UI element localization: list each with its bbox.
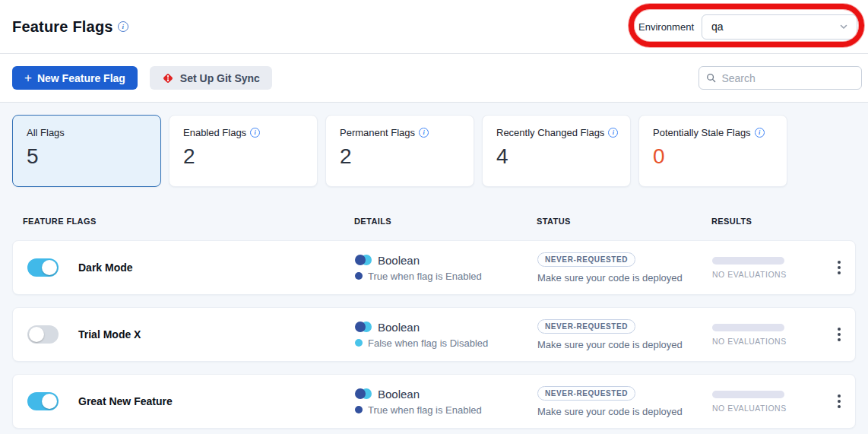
chevron-down-icon: [838, 21, 849, 32]
table-row: Dark Mode Boolean True when flag is Enab…: [12, 240, 856, 295]
stat-card-label: Enabled Flags: [183, 127, 246, 138]
info-icon[interactable]: i: [419, 128, 429, 138]
table-row: Great New Feature Boolean True when flag…: [12, 374, 856, 429]
stat-card-value: 5: [27, 144, 160, 169]
column-header-details: Details: [354, 217, 537, 226]
menu-cell: [822, 256, 855, 279]
flag-type: Boolean: [378, 254, 420, 267]
status-cell: NEVER-REQUESTED Make sure your code is d…: [537, 386, 712, 417]
flag-name[interactable]: Dark Mode: [78, 261, 133, 274]
value-dot-icon: [355, 406, 363, 413]
boolean-type-icon: [355, 388, 372, 399]
column-header-status: Status: [537, 217, 711, 226]
column-header-results: Results: [711, 217, 822, 226]
info-icon[interactable]: i: [118, 21, 128, 32]
page-header: Feature Flags i Environment qa: [0, 0, 868, 53]
flag-name[interactable]: Trial Mode X: [78, 328, 141, 341]
flag-default-description: False when flag is Disabled: [368, 337, 488, 349]
stat-card-label: Potentially Stale Flags: [653, 127, 751, 138]
search-input[interactable]: [721, 72, 854, 84]
results-cell: NO EVALUATIONS: [712, 257, 822, 279]
flag-name[interactable]: Great New Feature: [78, 395, 173, 407]
stat-card-enabled-flags[interactable]: Enabled Flags i 2: [169, 115, 318, 187]
stat-card-label: Permanent Flags: [340, 127, 415, 138]
status-badge: NEVER-REQUESTED: [537, 252, 635, 267]
results-text: NO EVALUATIONS: [712, 404, 822, 413]
stats-cards-row: All Flags 5 Enabled Flags i 2 Permanent …: [12, 115, 856, 187]
kebab-menu-icon[interactable]: [833, 323, 845, 346]
flag-type: Boolean: [378, 321, 420, 334]
stat-card-value: 4: [496, 144, 630, 169]
stat-card-value: 2: [340, 144, 474, 169]
new-feature-flag-button[interactable]: + New Feature Flag: [12, 66, 138, 90]
toolbar: + New Feature Flag Set Up Git Sync: [0, 54, 868, 102]
boolean-type-icon: [355, 322, 372, 332]
info-icon[interactable]: i: [250, 128, 260, 138]
flag-cell: Trial Mode X: [13, 325, 355, 344]
results-bar: [712, 391, 784, 398]
menu-cell: [822, 390, 855, 413]
table-header: Feature FlagsDetailsStatusResults: [12, 202, 856, 240]
search-box: [699, 66, 862, 90]
plus-icon: +: [24, 71, 32, 84]
search-icon: [706, 72, 716, 84]
kebab-menu-icon[interactable]: [833, 390, 845, 413]
stat-card-recently-changed-flags[interactable]: Recently Changed Flags i 4: [482, 115, 631, 187]
details-cell: Boolean False when flag is Disabled: [355, 321, 537, 349]
info-icon[interactable]: i: [608, 128, 618, 138]
flag-rows: Dark Mode Boolean True when flag is Enab…: [12, 240, 856, 429]
stat-card-label: All Flags: [27, 127, 65, 138]
environment-dropdown[interactable]: qa: [702, 14, 857, 40]
column-header-feature-flags: Feature Flags: [12, 217, 354, 226]
status-text: Make sure your code is deployed: [537, 339, 683, 350]
details-cell: Boolean True when flag is Enabled: [355, 388, 537, 416]
stat-card-value: 0: [653, 144, 787, 169]
git-sync-button[interactable]: Set Up Git Sync: [150, 66, 272, 90]
results-bar: [712, 257, 784, 265]
results-cell: NO EVALUATIONS: [712, 324, 822, 346]
value-dot-icon: [355, 272, 363, 280]
new-feature-flag-label: New Feature Flag: [37, 72, 125, 84]
flag-toggle[interactable]: [27, 258, 59, 277]
status-cell: NEVER-REQUESTED Make sure your code is d…: [537, 319, 712, 350]
main-content: All Flags 5 Enabled Flags i 2 Permanent …: [0, 103, 868, 434]
environment-label: Environment: [638, 21, 694, 33]
boolean-type-icon: [355, 255, 372, 265]
menu-cell: [822, 323, 855, 346]
status-text: Make sure your code is deployed: [537, 272, 683, 284]
environment-selector: Environment qa: [638, 0, 857, 53]
toggle-knob: [42, 260, 57, 275]
flag-cell: Great New Feature: [13, 392, 355, 410]
toggle-knob: [29, 327, 44, 342]
flag-default-description: True when flag is Enabled: [368, 404, 482, 416]
status-badge: NEVER-REQUESTED: [537, 386, 635, 401]
stat-card-permanent-flags[interactable]: Permanent Flags i 2: [325, 115, 474, 187]
table-row: Trial Mode X Boolean False when flag is …: [12, 307, 856, 362]
environment-value: qa: [711, 21, 724, 33]
stat-card-potentially-stale-flags[interactable]: Potentially Stale Flags i 0: [638, 115, 787, 187]
status-badge: NEVER-REQUESTED: [537, 319, 635, 334]
results-text: NO EVALUATIONS: [712, 337, 822, 346]
stat-card-value: 2: [183, 144, 317, 169]
stat-card-all-flags[interactable]: All Flags 5: [12, 115, 161, 187]
details-cell: Boolean True when flag is Enabled: [355, 254, 537, 282]
flag-toggle[interactable]: [27, 325, 59, 344]
flag-toggle[interactable]: [27, 392, 59, 410]
kebab-menu-icon[interactable]: [833, 256, 845, 279]
status-cell: NEVER-REQUESTED Make sure your code is d…: [537, 252, 712, 284]
status-text: Make sure your code is deployed: [537, 406, 683, 417]
results-cell: NO EVALUATIONS: [712, 391, 822, 413]
page-title: Feature Flags: [12, 18, 113, 36]
stat-card-label: Recently Changed Flags: [496, 127, 604, 138]
flag-type: Boolean: [378, 388, 420, 401]
flag-cell: Dark Mode: [13, 258, 355, 277]
value-dot-icon: [355, 339, 363, 347]
results-text: NO EVALUATIONS: [712, 270, 822, 279]
flag-default-description: True when flag is Enabled: [368, 271, 482, 282]
git-sync-label: Set Up Git Sync: [180, 72, 260, 84]
toggle-knob: [42, 394, 57, 409]
results-bar: [712, 324, 784, 331]
info-icon[interactable]: i: [755, 128, 765, 138]
git-icon: [162, 72, 174, 84]
